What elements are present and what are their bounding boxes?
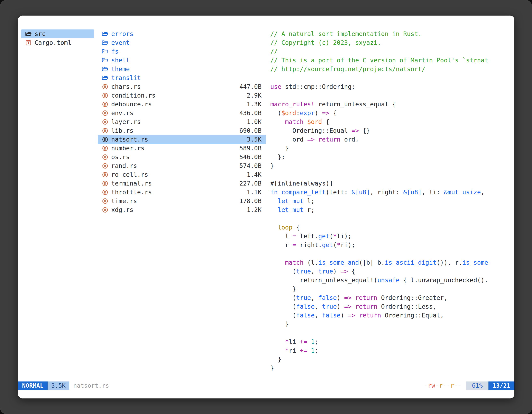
code-line: let mut r; bbox=[270, 205, 511, 214]
code-line bbox=[270, 328, 511, 337]
permission-segment: r bbox=[439, 382, 443, 389]
panes: srcCargo.toml errorseventfsshellthemetra… bbox=[18, 29, 514, 373]
code-line: // This is a port of the C version of Ma… bbox=[270, 56, 511, 65]
entry-name: os.rs bbox=[111, 154, 130, 161]
code-line: macro_rules! return_unless_equal { bbox=[270, 100, 511, 109]
entry-size: 436.0B bbox=[237, 109, 262, 116]
rust-gear-icon: R bbox=[101, 172, 109, 178]
folder-open-icon bbox=[101, 31, 109, 37]
code-line: ($ord:expr) => { bbox=[270, 109, 511, 117]
preview-pane[interactable]: // A natural sort implementation in Rust… bbox=[270, 29, 511, 373]
file-row[interactable]: Rthrottle.rs1.1K bbox=[98, 188, 266, 197]
dir-row[interactable]: src bbox=[21, 29, 94, 38]
entry-size: 447.0B bbox=[237, 83, 262, 90]
dir-row[interactable]: theme bbox=[98, 65, 266, 73]
svg-text:R: R bbox=[104, 138, 106, 141]
file-row[interactable]: Rlib.rs690.0B bbox=[98, 126, 266, 135]
code-line: ord => return ord, bbox=[270, 135, 511, 144]
code-line: fn compare_left(left: &[u8], right: &[u8… bbox=[270, 188, 511, 197]
file-row[interactable]: Rdebounce.rs1.3K bbox=[98, 100, 266, 109]
permission-segment: -- bbox=[443, 382, 450, 389]
entry-name: translit bbox=[111, 74, 141, 81]
rust-gear-icon: R bbox=[101, 198, 109, 204]
code-line bbox=[270, 91, 511, 100]
code-line: // Copyright (c) 2023, sxyazi. bbox=[270, 38, 511, 47]
file-row[interactable]: Renv.rs436.0B bbox=[98, 109, 266, 117]
file-row[interactable]: Rrand.rs574.0B bbox=[98, 161, 266, 170]
code-line: return_unless_equal!(unsafe { l.unwrap_u… bbox=[270, 276, 511, 285]
entry-size: 1.1K bbox=[244, 189, 262, 196]
dir-row[interactable]: errors bbox=[98, 29, 266, 38]
entry-size: 546.0B bbox=[237, 154, 262, 161]
dir-row[interactable]: shell bbox=[98, 56, 266, 65]
permissions-text: -rw-r--r-- bbox=[424, 382, 462, 390]
entry-name: fs bbox=[111, 48, 119, 55]
code-line: } bbox=[270, 285, 511, 293]
rust-gear-icon: R bbox=[101, 207, 109, 213]
entry-name: ro_cell.rs bbox=[111, 171, 148, 178]
status-filename: natsort.rs bbox=[73, 382, 109, 390]
toml-icon bbox=[25, 40, 32, 46]
code-line: l = left.get(*li); bbox=[270, 232, 511, 241]
dir-row[interactable]: fs bbox=[98, 47, 266, 56]
code-line: match (l.is_some_and(|b| b.is_ascii_digi… bbox=[270, 258, 511, 267]
file-row[interactable]: Rlayer.rs1.0K bbox=[98, 117, 266, 126]
code-line: // A natural sort implementation in Rust… bbox=[270, 29, 511, 38]
entry-name: terminal.rs bbox=[111, 180, 152, 187]
code-line: (false, true) => return Ordering::Less, bbox=[270, 302, 511, 311]
entry-size: 574.0B bbox=[237, 162, 262, 169]
folder-open-icon bbox=[101, 58, 109, 63]
status-spacer bbox=[109, 382, 424, 390]
rust-gear-icon: R bbox=[101, 119, 109, 125]
folder-open-icon bbox=[101, 75, 109, 81]
entry-name: debounce.rs bbox=[111, 101, 152, 108]
cursor-position-badge: 13/21 bbox=[488, 382, 514, 390]
mode-badge: NORMAL bbox=[18, 382, 48, 390]
svg-text:R: R bbox=[104, 199, 106, 203]
file-row[interactable]: Rtime.rs178.0B bbox=[98, 197, 266, 205]
entry-name: natsort.rs bbox=[111, 136, 148, 143]
entry-name: rand.rs bbox=[111, 162, 137, 169]
entry-name: event bbox=[111, 39, 130, 46]
dir-row[interactable]: translit bbox=[98, 73, 266, 82]
code-line: *li += 1; bbox=[270, 337, 511, 346]
rust-gear-icon: R bbox=[101, 110, 109, 116]
rust-gear-icon: R bbox=[101, 189, 109, 195]
file-row[interactable]: Rxdg.rs1.2K bbox=[98, 205, 266, 214]
code-line bbox=[270, 249, 511, 258]
file-row[interactable]: Rterminal.rs227.0B bbox=[98, 179, 266, 188]
code-line bbox=[270, 170, 511, 179]
code-line: // bbox=[270, 47, 511, 56]
entry-size: 690.0B bbox=[237, 127, 262, 134]
entry-name: env.rs bbox=[111, 109, 133, 116]
svg-text:R: R bbox=[104, 155, 106, 159]
code-line: #[inline(always)] bbox=[270, 179, 511, 188]
dir-row[interactable]: event bbox=[98, 38, 266, 47]
folder-open-icon bbox=[25, 31, 32, 37]
svg-text:R: R bbox=[104, 120, 106, 124]
file-row[interactable]: Cargo.toml bbox=[21, 38, 94, 47]
entry-size: 1.2K bbox=[244, 206, 262, 213]
file-row[interactable]: Ros.rs546.0B bbox=[98, 153, 266, 161]
file-row[interactable]: Rnatsort.rs3.5K bbox=[98, 135, 266, 144]
folder-open-icon bbox=[101, 66, 109, 72]
code-line: } bbox=[270, 355, 511, 364]
file-row[interactable]: Rchars.rs447.0B bbox=[98, 82, 266, 91]
status-bar: NORMAL 3.5K natsort.rs -rw-r--r-- 61% 13… bbox=[18, 382, 514, 390]
file-row[interactable]: Rnumber.rs589.0B bbox=[98, 144, 266, 153]
code-line: loop { bbox=[270, 223, 511, 232]
svg-text:R: R bbox=[104, 182, 106, 185]
code-line: (true, true) => { bbox=[270, 267, 511, 276]
code-line: let mut l; bbox=[270, 197, 511, 205]
code-line: } bbox=[270, 144, 511, 153]
entry-name: number.rs bbox=[111, 144, 144, 152]
file-row[interactable]: Rcondition.rs2.9K bbox=[98, 91, 266, 100]
current-pane: errorseventfsshellthemetranslitRchars.rs… bbox=[98, 29, 266, 373]
file-row[interactable]: Rro_cell.rs1.4K bbox=[98, 170, 266, 179]
code-line bbox=[270, 73, 511, 82]
svg-text:R: R bbox=[104, 146, 106, 150]
rust-gear-icon: R bbox=[101, 84, 109, 90]
rust-gear-icon: R bbox=[101, 145, 109, 151]
folder-open-icon bbox=[101, 49, 109, 54]
code-line: Ordering::Equal => {} bbox=[270, 126, 511, 135]
